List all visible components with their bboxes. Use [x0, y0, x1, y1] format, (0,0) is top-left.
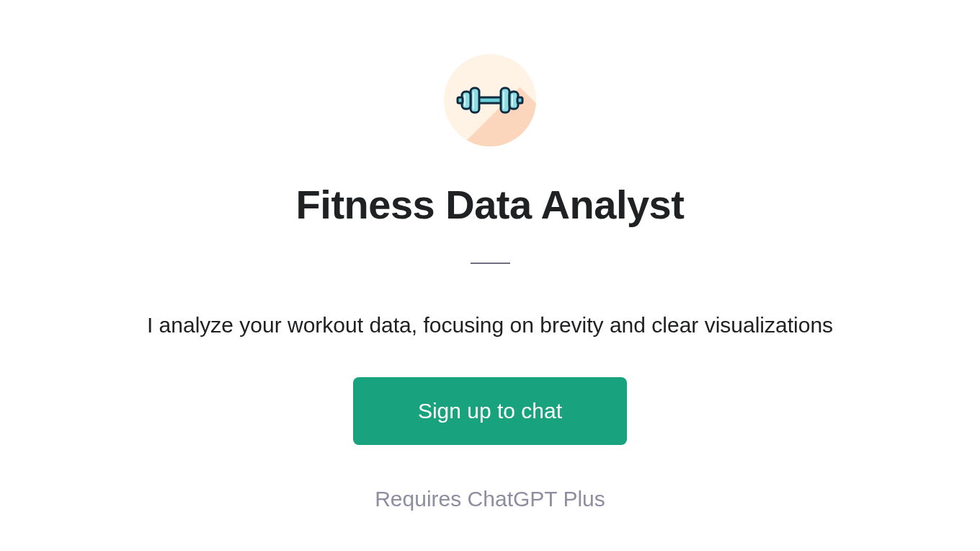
svg-rect-6 [517, 97, 522, 103]
svg-rect-3 [458, 97, 463, 103]
divider [471, 263, 510, 264]
dumbbell-icon [456, 82, 524, 118]
requirement-text: Requires ChatGPT Plus [375, 487, 605, 511]
signup-button[interactable]: Sign up to chat [353, 377, 627, 445]
avatar [444, 54, 536, 146]
description-text: I analyze your workout data, focusing on… [147, 313, 833, 338]
svg-rect-0 [478, 97, 502, 103]
svg-rect-4 [501, 88, 509, 113]
page-title: Fitness Data Analyst [296, 181, 685, 228]
svg-rect-1 [471, 88, 479, 113]
